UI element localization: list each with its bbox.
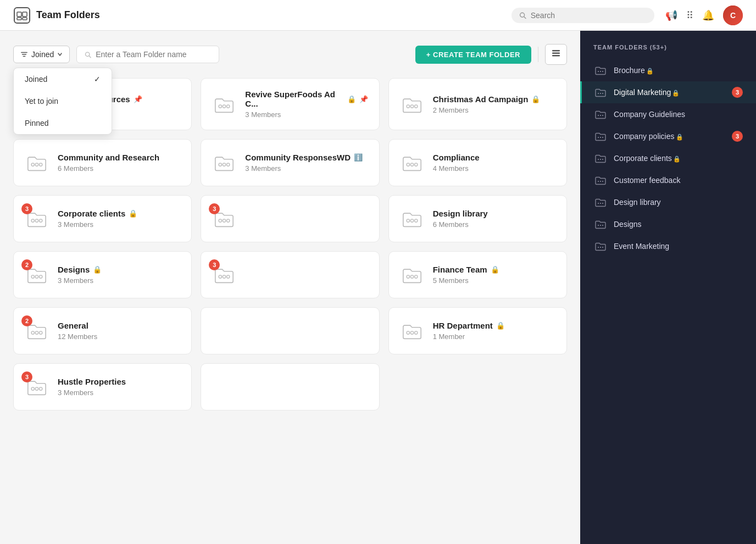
team-folder-card[interactable]: 3	[201, 195, 379, 242]
team-folder-card[interactable]: Community ResponsesWDℹ️ 3 Members	[201, 139, 379, 186]
card-info: Finance Team🔒 5 Members	[433, 265, 555, 285]
svg-point-55	[410, 331, 413, 334]
card-title: Community ResponsesWDℹ️	[245, 153, 368, 162]
megaphone-icon[interactable]: 📢	[665, 9, 677, 21]
card-title: Revive SuperFoods Ad C...🔒📌	[245, 90, 368, 108]
svg-rect-65	[602, 93, 603, 94]
grid-icon[interactable]: ⠿	[686, 9, 693, 21]
panel-folder-item[interactable]: Company Guidelines	[580, 103, 756, 125]
filter-icon	[20, 51, 28, 58]
filter-button[interactable]: Joined	[13, 46, 70, 63]
card-info: HR Department🔒 1 Member	[433, 321, 555, 341]
card-folder-icon	[212, 151, 236, 175]
card-info: Community and Research 6 Members	[58, 153, 180, 173]
team-folder-card[interactable]	[201, 363, 379, 410]
panel-lock-icon: 🔒	[673, 156, 681, 162]
card-title: Corporate clients🔒	[58, 209, 180, 218]
svg-point-22	[410, 104, 413, 107]
panel-folder-item[interactable]: Brochure🔒	[580, 59, 756, 81]
svg-point-19	[223, 104, 226, 107]
svg-point-40	[410, 219, 413, 222]
team-folder-card[interactable]: Finance Team🔒 5 Members	[388, 251, 567, 298]
svg-point-58	[35, 387, 38, 390]
global-search[interactable]	[512, 8, 654, 23]
card-title: Hustle Properties	[58, 377, 180, 386]
lock-icon: 🔒	[496, 321, 505, 330]
team-folder-card[interactable]: 2 Designs🔒 3 Members	[13, 251, 192, 298]
panel-item-label: Digital Marketing🔒	[614, 88, 724, 97]
team-folder-card[interactable]: Christmas Ad Campaign🔒 2 Members	[388, 78, 567, 130]
svg-point-24	[31, 163, 34, 166]
svg-point-41	[414, 219, 417, 222]
create-team-folder-button[interactable]: + CREATE TEAM FOLDER	[415, 46, 531, 64]
panel-folder-item[interactable]: Designs	[580, 213, 756, 235]
dropdown-label-joined: Joined	[25, 75, 47, 84]
svg-point-18	[219, 104, 221, 107]
lock-icon: 🔒	[93, 265, 102, 274]
svg-point-56	[414, 331, 417, 334]
card-folder-icon: 2	[25, 263, 49, 287]
svg-point-52	[35, 331, 38, 334]
card-info: Hustle Properties 3 Members	[58, 377, 180, 397]
card-members: 3 Members	[58, 388, 180, 397]
card-folder-icon: 3	[25, 375, 49, 399]
svg-point-32	[414, 163, 417, 166]
team-folder-card[interactable]: 3 Corporate clients🔒 3 Members	[13, 195, 192, 242]
team-folder-card[interactable]: Revive SuperFoods Ad C...🔒📌 3 Members	[201, 78, 379, 130]
main-layout: Joined Joined ✓ Yet to join Pinned	[0, 31, 756, 544]
card-badge: 2	[21, 259, 32, 270]
team-folder-card[interactable]: Community and Research 6 Members	[13, 139, 192, 186]
team-folder-card[interactable]: HR Department🔒 1 Member	[388, 307, 567, 354]
team-folder-card[interactable]	[201, 307, 379, 354]
panel-folder-icon	[595, 241, 606, 252]
panel-folder-item[interactable]: Digital Marketing🔒 3	[580, 81, 756, 103]
user-avatar[interactable]: C	[723, 5, 743, 25]
card-title: Community and Research	[58, 153, 180, 162]
svg-point-47	[227, 275, 230, 278]
toolbar: Joined Joined ✓ Yet to join Pinned	[13, 44, 567, 65]
team-folder-card[interactable]: Compliance 4 Members	[388, 139, 567, 186]
team-folder-card[interactable]: 3 Hustle Properties 3 Members	[13, 363, 192, 410]
panel-folder-icon	[595, 197, 606, 208]
card-info	[245, 274, 368, 276]
folder-search-input[interactable]	[96, 50, 211, 59]
team-folder-card[interactable]: 3	[201, 251, 379, 298]
folder-search[interactable]	[76, 46, 219, 63]
info-icon: ℹ️	[354, 153, 363, 162]
svg-line-11	[89, 55, 91, 57]
team-folder-card[interactable]: 2 General 12 Members	[13, 307, 192, 354]
card-title: General	[58, 321, 180, 330]
svg-point-36	[219, 219, 221, 222]
card-folder-icon: 3	[212, 263, 236, 287]
card-title: HR Department🔒	[433, 321, 555, 330]
svg-point-34	[35, 219, 38, 222]
panel-folder-item[interactable]: Event Marketing	[580, 235, 756, 257]
team-folder-card[interactable]: Design library 6 Members	[388, 195, 567, 242]
card-members: 6 Members	[433, 220, 555, 229]
dropdown-item-yet-to-join[interactable]: Yet to join	[14, 90, 112, 112]
card-title: Design library	[433, 209, 555, 218]
svg-rect-0	[14, 8, 30, 23]
card-info: Christmas Ad Campaign🔒 2 Members	[433, 95, 555, 114]
svg-point-38	[227, 219, 230, 222]
view-toggle-button[interactable]	[545, 44, 567, 65]
svg-rect-77	[602, 181, 603, 182]
card-badge: 2	[21, 315, 32, 326]
panel-folder-item[interactable]: Company policies🔒 3	[580, 125, 756, 147]
card-members: 2 Members	[433, 106, 555, 114]
card-info	[245, 218, 368, 220]
panel-folder-item[interactable]: Design library	[580, 191, 756, 213]
dropdown-item-joined[interactable]: Joined ✓	[14, 68, 112, 90]
global-search-input[interactable]	[531, 11, 647, 20]
svg-rect-86	[602, 247, 603, 248]
panel-folder-item[interactable]: Customer feedback	[580, 169, 756, 191]
svg-rect-79	[600, 203, 601, 204]
check-icon: ✓	[94, 75, 101, 84]
dropdown-item-pinned[interactable]: Pinned	[14, 112, 112, 134]
card-members: 1 Member	[433, 332, 555, 341]
bell-icon[interactable]: 🔔	[702, 9, 714, 21]
toolbar-right: + CREATE TEAM FOLDER	[415, 44, 567, 65]
svg-point-27	[219, 163, 221, 166]
panel-folder-icon	[595, 131, 606, 142]
panel-folder-item[interactable]: Corporate clients🔒	[580, 147, 756, 169]
